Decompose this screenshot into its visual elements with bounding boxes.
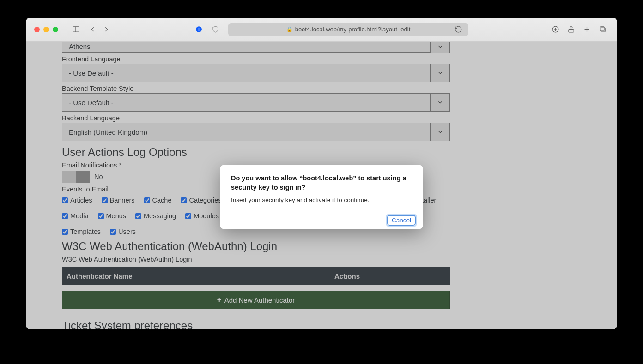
onepassword-icon[interactable] [192,24,205,35]
timezone-value: Athens [62,42,91,50]
event-checkbox[interactable] [144,197,150,203]
traffic-lights [34,27,58,32]
frontend-language-label: Frontend Language [62,55,581,63]
event-checkbox[interactable] [181,197,187,203]
url-text: boot4.local.web/my-profile.html?layout=e… [295,26,411,33]
event-checkbox[interactable] [62,213,68,219]
webauthn-heading: W3C Web Authentication (WebAuthn) Login [62,240,581,253]
event-checkbox[interactable] [135,213,141,219]
event-checkbox-item[interactable]: Users [110,228,136,235]
event-checkbox-item[interactable]: Templates [62,228,101,235]
event-checkbox[interactable] [110,229,116,235]
event-checkbox-item[interactable]: Menus [98,212,127,220]
event-label: Users [118,228,136,235]
window-close-button[interactable] [34,27,40,32]
lock-icon: 🔒 [286,26,293,32]
backend-language-value: English (United Kingdom) [62,128,147,136]
chevron-down-icon [430,94,449,111]
webauthn-desc: W3C Web Authentication (WebAuthn) Login [62,256,581,263]
event-label: Templates [70,228,101,235]
event-checkbox[interactable] [62,229,68,235]
browser-window: 🔒 boot4.local.web/my-profile.html?layout… [26,18,617,329]
authenticator-table-header: Authenticator Name Actions [62,267,450,285]
modal-cancel-button[interactable]: Cancel [387,215,416,226]
forward-button[interactable] [100,24,113,35]
event-label: Articles [70,197,92,204]
new-tab-icon[interactable] [580,24,593,35]
svg-rect-0 [73,27,79,32]
sidebar-toggle-icon[interactable] [69,24,82,35]
chevron-down-icon [430,42,449,53]
viewport: Athens Frontend Language - Use Default -… [26,42,617,329]
tabs-overview-icon[interactable] [596,24,609,35]
backend-language-label: Backend Language [62,114,581,122]
event-checkbox-item[interactable]: Cache [144,197,172,204]
email-notifications-value: No [94,173,103,180]
event-label: Categories [189,197,221,204]
add-authenticator-label: Add New Authenticator [224,296,295,304]
event-checkbox[interactable] [98,213,104,219]
backend-template-value: - Use Default - [62,99,114,107]
email-notifications-toggle[interactable] [62,171,90,183]
timezone-select[interactable]: Athens [62,42,450,53]
reload-button[interactable] [452,24,465,35]
share-icon[interactable] [564,24,577,35]
event-checkbox[interactable] [62,197,68,203]
toggle-knob [76,171,90,183]
event-checkbox-item[interactable]: Media [62,212,89,220]
event-checkbox-item[interactable]: Messaging [135,212,176,220]
frontend-language-value: - Use Default - [62,69,114,77]
event-label: Media [70,212,89,220]
modal-body-text: Insert your security key and activate it… [231,197,412,203]
downloads-icon[interactable] [549,24,562,35]
event-label: Banners [110,197,135,204]
privacy-shield-icon[interactable] [209,24,222,35]
event-checkbox-item[interactable]: Categories [181,197,221,204]
back-button[interactable] [86,24,99,35]
backend-template-label: Backend Template Style [62,85,581,92]
browser-titlebar: 🔒 boot4.local.web/my-profile.html?layout… [26,18,617,42]
actions-log-heading: User Actions Log Options [62,146,581,159]
window-zoom-button[interactable] [53,27,58,32]
plus-icon: + [217,295,222,304]
svg-rect-10 [600,27,604,31]
frontend-language-select[interactable]: - Use Default - [62,64,450,82]
chevron-down-icon [430,64,449,82]
add-authenticator-button[interactable]: + Add New Authenticator [62,291,450,309]
modal-title: Do you want to allow “boot4.local.web” t… [231,174,412,192]
auth-col-actions: Actions [334,272,450,280]
window-minimize-button[interactable] [43,27,49,32]
security-key-modal: Do you want to allow “boot4.local.web” t… [220,165,423,229]
backend-language-select[interactable]: English (United Kingdom) [62,123,450,141]
event-label: Messaging [144,212,176,220]
event-checkbox-item[interactable]: Banners [102,197,135,204]
address-bar[interactable]: 🔒 boot4.local.web/my-profile.html?layout… [228,23,468,36]
svg-rect-3 [198,28,199,31]
backend-template-select[interactable]: - Use Default - [62,93,450,112]
auth-col-name: Authenticator Name [62,272,334,280]
event-checkbox[interactable] [102,197,108,203]
event-label: Menus [106,212,127,220]
svg-rect-9 [601,28,605,32]
chevron-down-icon [430,123,449,141]
authenticator-table: Authenticator Name Actions [62,267,450,285]
ticket-system-heading: Ticket System preferences [62,319,581,329]
event-label: Cache [152,197,172,204]
event-checkbox-item[interactable]: Articles [62,197,92,204]
event-checkbox[interactable] [185,213,191,219]
